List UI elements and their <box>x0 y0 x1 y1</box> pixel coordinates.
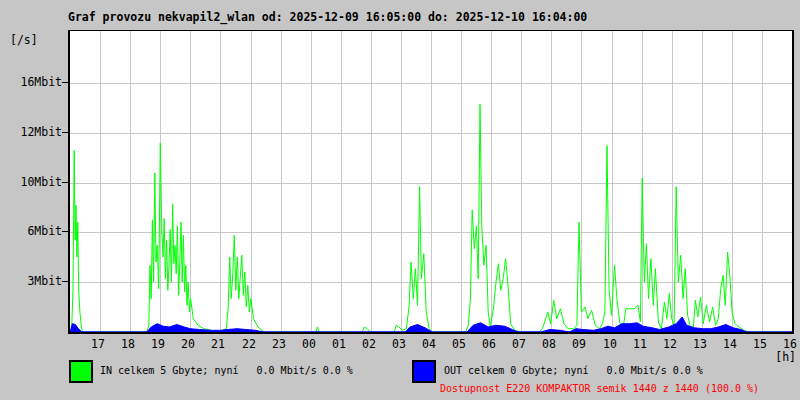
legend-in-label: IN celkem 5 Gbyte; nyní 0.0 Mbit/s 0.0 % <box>100 365 353 377</box>
x-axis-label-22: 22 <box>235 338 263 350</box>
x-axis-label-21: 21 <box>204 338 232 350</box>
traffic-chart-svg <box>70 31 792 332</box>
plot-area <box>68 30 794 334</box>
x-axis-label-18: 18 <box>114 338 142 350</box>
y-axis-label-10Mbit: 10Mbit <box>0 176 62 188</box>
x-axis-label-10: 10 <box>596 338 624 350</box>
x-axis-label-17: 17 <box>84 338 112 350</box>
x-axis-label-20: 20 <box>174 338 202 350</box>
x-axis-label-07: 07 <box>505 338 533 350</box>
x-axis-label-13: 13 <box>686 338 714 350</box>
x-axis-unit-label: [h] <box>766 350 796 364</box>
x-axis-label-15: 15 <box>746 338 774 350</box>
y-axis-unit-label: [/s] <box>10 33 38 47</box>
availability-status-text: Dostupnost E220 KOMPAKTOR semik 1440 z 1… <box>440 383 759 394</box>
y-axis-label-6Mbit: 6Mbit <box>0 225 62 237</box>
x-axis-label-02: 02 <box>355 338 383 350</box>
x-axis-label-09: 09 <box>565 338 593 350</box>
y-axis-label-16Mbit: 16Mbit <box>0 76 62 88</box>
x-axis-label-03: 03 <box>385 338 413 350</box>
graph-title: Graf provozu nekvapil2_wlan od: 2025-12-… <box>68 10 587 24</box>
traffic-graph-page: { "title": "Graf provozu nekvapil2_wlan … <box>0 0 800 400</box>
x-axis-label-12: 12 <box>656 338 684 350</box>
x-axis-label-19: 19 <box>144 338 172 350</box>
x-axis-label-04: 04 <box>415 338 443 350</box>
y-axis-label-3Mbit: 3Mbit <box>0 275 62 287</box>
x-axis-labels: 1718192021222300010203040506070809101112… <box>68 338 798 352</box>
x-axis-label-06: 06 <box>475 338 503 350</box>
legend-out-label: OUT celkem 0 Gbyte; nyní 0.0 Mbit/s 0.0 … <box>444 365 703 377</box>
legend-in-color-swatch <box>69 360 93 383</box>
x-axis-label-05: 05 <box>445 338 473 350</box>
x-axis-label-08: 08 <box>535 338 563 350</box>
x-axis-label-16: 16 <box>776 338 800 350</box>
y-axis-label-12Mbit: 12Mbit <box>0 126 62 138</box>
x-axis-label-01: 01 <box>325 338 353 350</box>
x-axis-label-11: 11 <box>626 338 654 350</box>
legend-out-color-swatch <box>412 360 436 383</box>
x-axis-label-14: 14 <box>716 338 744 350</box>
x-axis-label-00: 00 <box>295 338 323 350</box>
x-axis-label-23: 23 <box>265 338 293 350</box>
